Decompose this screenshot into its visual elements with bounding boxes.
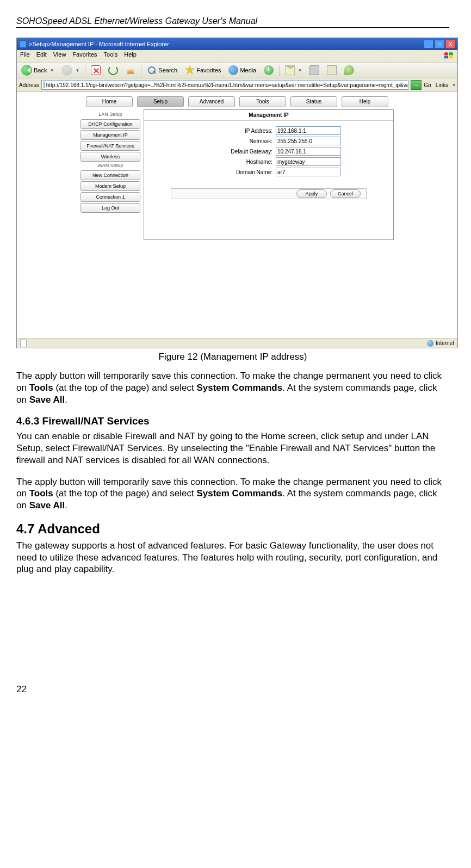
home-icon <box>126 65 135 75</box>
tab-advanced[interactable]: Advanced <box>188 96 235 107</box>
stop-icon <box>91 65 101 75</box>
go-label: Go <box>424 82 431 88</box>
forward-button[interactable]: ▼ <box>59 64 82 76</box>
forward-icon <box>61 65 72 76</box>
sidebar-section-label: LAN Setup <box>80 112 140 117</box>
go-button[interactable]: → <box>411 80 422 90</box>
links-label: Links <box>433 82 450 88</box>
menu-view[interactable]: View <box>53 51 66 61</box>
history-icon <box>264 65 274 75</box>
window-titlebar: >Setup>Management IP - Microsoft Interne… <box>17 38 457 50</box>
panel-footer: Apply Cancel <box>171 188 367 199</box>
media-icon <box>228 65 238 75</box>
maximize-button[interactable]: □ <box>435 40 444 48</box>
back-icon <box>21 65 32 76</box>
figure-screenshot: >Setup>Management IP - Microsoft Interne… <box>16 38 458 348</box>
address-label: Address <box>19 82 39 88</box>
mail-button[interactable]: ▼ <box>283 65 304 76</box>
history-button[interactable] <box>262 65 276 76</box>
sidebar-item-modem-setup[interactable]: Modem Setup <box>80 181 140 191</box>
status-text: Internet <box>436 340 454 346</box>
menu-edit[interactable]: Edit <box>36 51 47 61</box>
paragraph-4: The gateway supports a host of advanced … <box>16 540 449 575</box>
tab-help[interactable]: Help <box>342 96 388 107</box>
sidebar-item-dhcp[interactable]: DHCP Configuration <box>80 119 140 129</box>
menu-favorites[interactable]: Favorites <box>72 51 97 61</box>
browser-viewport: Home Setup Advanced Tools Status Help LA… <box>17 92 457 348</box>
top-tabs: Home Setup Advanced Tools Status Help <box>86 96 388 107</box>
page-status-icon <box>20 340 27 347</box>
input-domain[interactable] <box>276 168 341 176</box>
edit-button[interactable] <box>325 65 339 76</box>
doc-header: SOHOSpeed ADSL Ethernet/Wireless Gateway… <box>16 16 449 28</box>
cancel-button[interactable]: Cancel <box>330 189 361 198</box>
internet-zone-icon <box>427 340 433 347</box>
heading-firewall-nat: 4.6.3 Firewall/NAT Services <box>16 415 449 427</box>
windows-flag-icon <box>443 51 454 61</box>
input-netmask[interactable] <box>276 137 341 145</box>
home-button[interactable] <box>123 65 138 76</box>
main-panel: Management IP IP Address: Netmask: Defau… <box>144 109 394 240</box>
menu-help[interactable]: Help <box>124 51 137 61</box>
menu-tools[interactable]: Tools <box>104 51 118 61</box>
back-button[interactable]: Back▼ <box>19 64 56 76</box>
page-icon <box>44 82 45 88</box>
address-input[interactable]: http://192.168.1.1/cgi-bin/webcm?getpage… <box>41 80 409 90</box>
media-button[interactable]: Media <box>226 65 258 76</box>
figure-caption: Figure 12 (Management IP address) <box>16 352 449 362</box>
header-text: SOHOSpeed ADSL Ethernet/Wireless Gateway… <box>16 16 257 26</box>
label-ip: IP Address: <box>196 128 272 134</box>
menubar: File Edit View Favorites Tools Help <box>17 50 457 63</box>
page-number: 22 <box>16 684 449 695</box>
ie-icon <box>19 40 27 48</box>
label-netmask: Netmask: <box>196 138 272 144</box>
links-chevron-icon[interactable]: » <box>453 82 455 88</box>
window-title: >Setup>Management IP - Microsoft Interne… <box>29 41 169 47</box>
tab-status[interactable]: Status <box>290 96 337 107</box>
status-bar: Internet <box>17 338 457 348</box>
refresh-icon <box>108 65 118 75</box>
sidebar-item-wan-setup: WAN Setup <box>80 163 140 168</box>
close-button[interactable]: X <box>445 40 455 48</box>
stop-button[interactable] <box>89 65 103 76</box>
tab-tools[interactable]: Tools <box>239 96 286 107</box>
label-gateway: Default Gateway: <box>196 149 272 155</box>
url-text: http://192.168.1.1/cgi-bin/webcm?getpage… <box>46 82 409 88</box>
input-hostname[interactable] <box>276 157 341 166</box>
refresh-button[interactable] <box>106 65 120 76</box>
apply-button[interactable]: Apply <box>296 189 327 198</box>
favorites-star-icon <box>185 65 195 75</box>
print-button[interactable] <box>307 65 321 76</box>
tab-home[interactable]: Home <box>86 96 133 107</box>
label-hostname: Hostname: <box>196 159 272 165</box>
sidebar: LAN Setup DHCP Configuration Management … <box>80 112 140 213</box>
print-icon <box>309 65 319 75</box>
mail-icon <box>285 65 295 75</box>
toolbar: Back▼ ▼ Search Favorites Media ▼ <box>17 63 457 78</box>
input-gateway[interactable] <box>276 147 341 156</box>
svg-marker-0 <box>185 66 194 74</box>
heading-advanced: 4.7 Advanced <box>16 521 449 537</box>
edit-icon <box>327 65 337 75</box>
search-button[interactable]: Search <box>145 65 179 76</box>
messenger-icon <box>344 65 354 75</box>
menu-file[interactable]: File <box>20 51 30 61</box>
address-bar: Address http://192.168.1.1/cgi-bin/webcm… <box>17 78 457 92</box>
minimize-button[interactable]: _ <box>424 40 433 48</box>
label-domain: Domain Name: <box>196 169 272 175</box>
input-ip[interactable] <box>276 126 341 135</box>
sidebar-item-wireless[interactable]: Wireless <box>80 152 140 162</box>
sidebar-item-connection-1[interactable]: Connection 1 <box>80 192 140 202</box>
paragraph-3: The apply button will temporarily save t… <box>16 476 449 512</box>
favorites-button[interactable]: Favorites <box>183 65 223 76</box>
panel-title: Management IP <box>144 110 393 121</box>
paragraph-2: You can enable or disable Firewall and N… <box>16 430 449 466</box>
sidebar-item-firewall-nat[interactable]: Firewall/NAT Services <box>80 141 140 151</box>
sidebar-item-logout[interactable]: Log Out <box>80 203 140 213</box>
sidebar-item-new-connection[interactable]: New Connection <box>80 170 140 180</box>
tab-setup[interactable]: Setup <box>137 96 184 107</box>
paragraph-1: The apply button will temporarily save t… <box>16 370 449 405</box>
sidebar-item-mgmt-ip[interactable]: Management IP <box>80 130 140 140</box>
search-icon <box>147 65 157 75</box>
messenger-button[interactable] <box>342 65 356 76</box>
